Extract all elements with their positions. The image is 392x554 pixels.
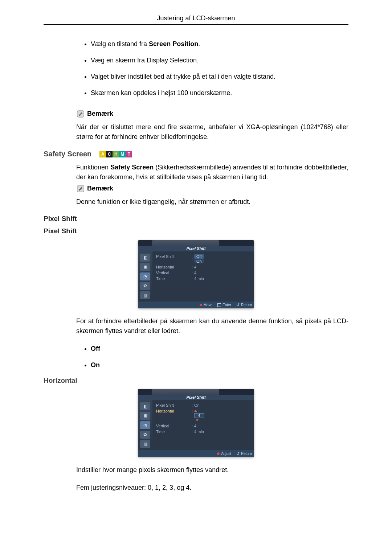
text: Valget bliver indstillet bed at trykke p… <box>91 73 275 80</box>
osd-side-icons: ◧ ▣ ◔ ✿ ▥ <box>138 251 152 301</box>
heading-pixel-shift-2: Pixel Shift <box>44 227 348 235</box>
osd-row: Horizontal :4 <box>156 264 250 270</box>
osd-menu: Pixel Shift ◧ ▣ ◔ ✿ ▥ Pixel Shift : <box>138 240 254 308</box>
osd-value: :On <box>192 403 200 407</box>
osd-icon-input: ◧ <box>140 402 150 410</box>
heading-pixel-shift-1: Pixel Shift <box>44 215 348 223</box>
osd-footer: Move Enter ↺Return <box>138 301 254 308</box>
osd-icon-multi: ▥ <box>140 440 150 448</box>
pixel-shift-paragraph: For at forhindre efterbilleder på skærme… <box>76 316 348 336</box>
badge-m: M <box>119 151 126 157</box>
osd-value-option: On <box>194 259 204 263</box>
osd-row: Vertical :4 <box>156 423 250 429</box>
intro-bullet-list: Vælg en tilstand fra Screen Position. Væ… <box>76 39 348 98</box>
osd-hint-move: Move <box>200 303 212 307</box>
osd-key: Time <box>156 276 185 281</box>
osd-menu: Pixel Shift ◧ ▣ ◔ ✿ ▥ Pixel Shift :On Ho… <box>138 389 254 457</box>
note-label: Bemærk <box>87 184 113 193</box>
osd-key: Pixel Shift <box>156 254 185 263</box>
osd-hint-return: ↺Return <box>236 303 252 307</box>
osd-value: : <box>192 409 197 413</box>
osd-icon-picture: ▣ <box>140 263 150 271</box>
dot-icon <box>200 304 202 306</box>
osd-value: :4 <box>192 424 196 428</box>
osd-key: Time <box>156 430 185 434</box>
enter-icon <box>217 303 221 307</box>
footer-rule <box>44 511 348 511</box>
osd-key: Vertical <box>156 424 185 428</box>
osd-icon-picture: ▣ <box>140 412 150 420</box>
osd-footer: Adjust ↺Return <box>138 450 254 457</box>
osd-value: : Off On <box>192 254 204 263</box>
osd-hint-enter: Enter <box>217 303 231 307</box>
badge-t: T <box>126 151 132 157</box>
osd-hint-return: ↺Return <box>236 451 252 456</box>
osd-title: Pixel Shift <box>138 246 254 251</box>
horizontal-paragraph-2: Fem justeringsniveauer: 0, 1, 2, 3, og 4… <box>76 483 348 493</box>
safety-screen-paragraph: Funktionen Safety Screen (Sikkerhedsskær… <box>76 163 348 182</box>
note-row: Bemærk <box>76 109 348 119</box>
page-header-title: Justering af LCD-skærmen <box>44 15 348 24</box>
osd-key: Vertical <box>156 271 185 275</box>
mode-badges: P A C H M T <box>93 151 132 157</box>
osd-body: ◧ ▣ ◔ ✿ ▥ Pixel Shift :On Horizontal : <box>138 400 254 450</box>
note-icon <box>76 184 85 193</box>
note-label: Bemærk <box>87 109 113 119</box>
pixel-shift-options: Off On <box>76 344 348 370</box>
bold-text: Safety Screen <box>110 164 154 171</box>
osd-value-box: 4 <box>194 413 204 418</box>
osd-table: Pixel Shift :On Horizontal : <box>152 400 254 450</box>
pixel-shift-block: For at forhindre efterbilleder på skærme… <box>76 316 348 370</box>
list-item: Skærmen kan opdeles i højst 100 underskæ… <box>91 88 348 98</box>
osd-icon-input: ◧ <box>140 254 150 262</box>
note-row: Bemærk <box>76 184 348 193</box>
osd-row: Time :4 min <box>156 429 250 435</box>
osd-row: Pixel Shift : Off On <box>156 254 250 264</box>
list-item: On <box>91 360 348 370</box>
horizontal-paragraph-1: Indstiller hvor mange pixels skærmen fly… <box>76 465 348 475</box>
osd-row: Pixel Shift :On <box>156 402 250 408</box>
badge-a: A <box>99 151 106 157</box>
osd-icon-settings: ✿ <box>140 431 150 439</box>
osd-value: :4 <box>192 265 196 269</box>
option-off: Off <box>91 345 100 352</box>
osd-icon-timer: ◔ <box>140 421 150 429</box>
return-icon: ↺ <box>236 451 240 456</box>
osd-icon-multi: ▥ <box>140 291 150 299</box>
text: . <box>198 40 200 48</box>
osd-figure-pixel-shift: Pixel Shift ◧ ▣ ◔ ✿ ▥ Pixel Shift : <box>44 240 348 308</box>
list-item: Valget bliver indstillet bed at trykke p… <box>91 72 348 82</box>
osd-value: :4 min <box>192 430 204 434</box>
osd-row: Time :4 min <box>156 276 250 282</box>
osd-hint-adjust: Adjust <box>217 451 231 456</box>
arrow-up-icon <box>194 410 197 412</box>
osd-row-arrow-dn: : <box>156 417 250 423</box>
osd-key: Horizontal <box>156 265 185 269</box>
list-item: Off <box>91 344 348 354</box>
option-on: On <box>91 361 100 369</box>
note-paragraph: Denne funktion er ikke tilgængelig, når … <box>76 197 348 207</box>
section-title-text: Safety Screen <box>44 150 91 158</box>
osd-icon-settings: ✿ <box>140 282 150 290</box>
header-rule <box>44 24 348 25</box>
osd-key: Pixel Shift <box>156 403 185 407</box>
osd-value: : 4 <box>192 413 204 418</box>
horizontal-block: Indstiller hvor mange pixels skærmen fly… <box>76 465 348 493</box>
section-title-safety-screen: Safety Screen P A C H M T <box>44 150 348 158</box>
text: Vælg en tilstand fra <box>91 40 149 48</box>
bold-text: Screen Position <box>149 40 198 48</box>
osd-value: :4 min <box>192 276 204 281</box>
osd-value: :4 <box>192 271 196 275</box>
badge-h: H <box>113 151 119 157</box>
list-item: Vælg en tilstand fra Screen Position. <box>91 39 348 49</box>
text: Skærmen kan opdeles i højst 100 underskæ… <box>91 89 232 97</box>
osd-title: Pixel Shift <box>138 395 254 400</box>
osd-body: ◧ ▣ ◔ ✿ ▥ Pixel Shift : Off On <box>138 251 254 301</box>
safety-screen-block: Funktionen Safety Screen (Sikkerhedsskær… <box>76 163 348 207</box>
text: Funktionen <box>76 164 110 171</box>
osd-key: Horizontal <box>156 409 185 413</box>
dot-icon <box>217 452 220 455</box>
heading-horizontal: Horizontal <box>44 377 348 385</box>
return-icon: ↺ <box>236 303 240 307</box>
osd-row: Vertical :4 <box>156 270 250 276</box>
